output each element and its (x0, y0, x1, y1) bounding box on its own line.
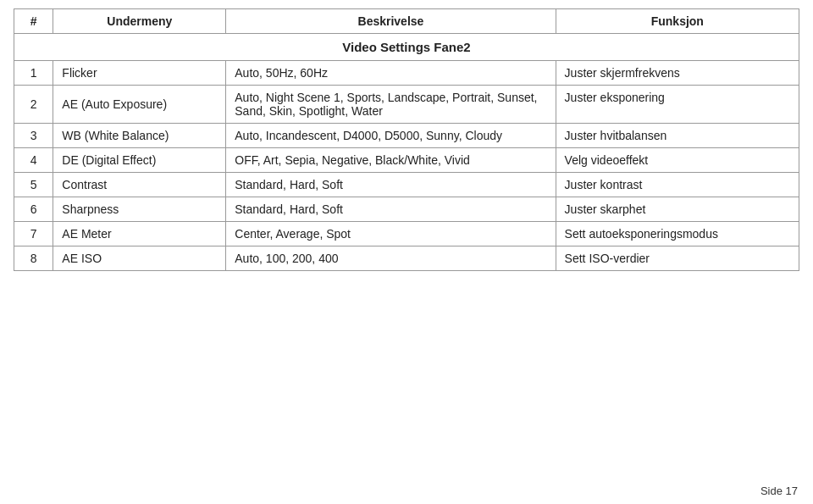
table-row: 6SharpnessStandard, Hard, SoftJuster ska… (14, 197, 799, 222)
header-func: Funksjon (556, 9, 799, 34)
row-num: 4 (14, 148, 53, 173)
table-row: 1FlickerAuto, 50Hz, 60HzJuster skjermfre… (14, 61, 799, 86)
row-num: 3 (14, 124, 53, 148)
row-menu: AE Meter (53, 222, 226, 246)
row-num: 5 (14, 173, 53, 197)
page-wrapper: # Undermeny Beskrivelse Funksjon Video S… (0, 0, 813, 504)
row-desc: OFF, Art, Sepia, Negative, Black/White, … (226, 148, 556, 173)
row-num: 6 (14, 197, 53, 222)
table-row: 2AE (Auto Exposure)Auto, Night Scene 1, … (14, 86, 799, 124)
row-menu: DE (Digital Effect) (53, 148, 226, 173)
row-desc: Auto, 50Hz, 60Hz (226, 61, 556, 86)
section-title: Video Settings Fane2 (14, 34, 799, 61)
table-row: 4DE (Digital Effect)OFF, Art, Sepia, Neg… (14, 148, 799, 173)
row-num: 8 (14, 246, 53, 271)
row-num: 7 (14, 222, 53, 246)
row-menu: Flicker (53, 61, 226, 86)
row-func: Juster skjermfrekvens (556, 61, 799, 86)
header-desc: Beskrivelse (226, 9, 556, 34)
table-row: 8AE ISOAuto, 100, 200, 400Sett ISO-verdi… (14, 246, 799, 271)
row-menu: AE ISO (53, 246, 226, 271)
row-desc: Standard, Hard, Soft (226, 173, 556, 197)
row-menu: Sharpness (53, 197, 226, 222)
row-func: Sett autoeksponeringsmodus (556, 222, 799, 246)
main-table: # Undermeny Beskrivelse Funksjon Video S… (14, 8, 799, 61)
row-num: 1 (14, 61, 53, 86)
row-func: Juster eksponering (556, 86, 799, 124)
row-desc: Auto, 100, 200, 400 (226, 246, 556, 271)
page-number: Side 17 (760, 485, 798, 497)
row-menu: AE (Auto Exposure) (53, 86, 226, 124)
row-func: Juster kontrast (556, 173, 799, 197)
row-desc: Auto, Night Scene 1, Sports, Landscape, … (226, 86, 556, 124)
row-desc: Center, Average, Spot (226, 222, 556, 246)
header-row: # Undermeny Beskrivelse Funksjon (14, 9, 799, 34)
row-num: 2 (14, 86, 53, 124)
row-func: Sett ISO-verdier (556, 246, 799, 271)
header-num: # (14, 9, 53, 34)
title-row: Video Settings Fane2 (14, 34, 799, 61)
row-func: Juster hvitbalansen (556, 124, 799, 148)
row-desc: Auto, Incandescent, D4000, D5000, Sunny,… (226, 124, 556, 148)
row-desc: Standard, Hard, Soft (226, 197, 556, 222)
table-row: 5ContrastStandard, Hard, SoftJuster kont… (14, 173, 799, 197)
row-func: Juster skarphet (556, 197, 799, 222)
data-table: 1FlickerAuto, 50Hz, 60HzJuster skjermfre… (14, 60, 799, 271)
row-func: Velg videoeffekt (556, 148, 799, 173)
row-menu: Contrast (53, 173, 226, 197)
table-row: 3WB (White Balance)Auto, Incandescent, D… (14, 124, 799, 148)
header-menu: Undermeny (53, 9, 226, 34)
table-row: 7AE MeterCenter, Average, SpotSett autoe… (14, 222, 799, 246)
row-menu: WB (White Balance) (53, 124, 226, 148)
